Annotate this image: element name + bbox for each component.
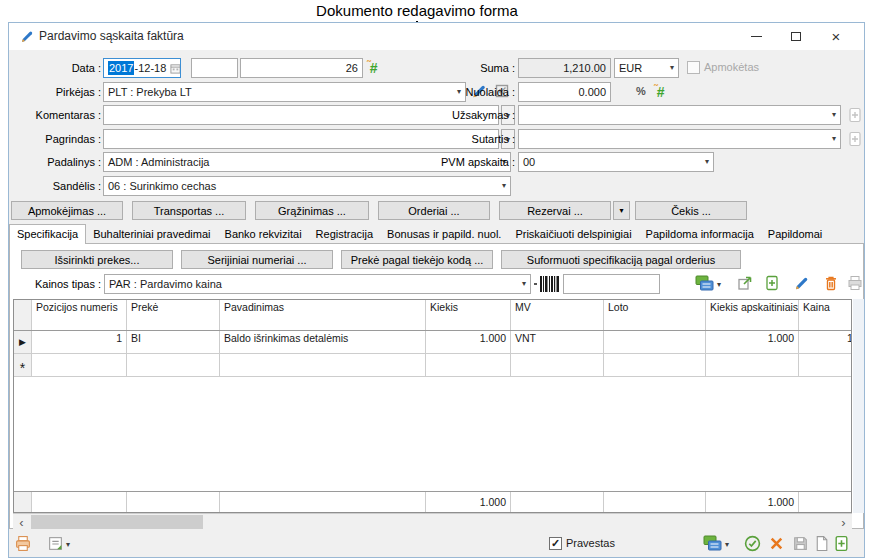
orderiai-button[interactable]: Orderiai ... bbox=[378, 201, 490, 220]
cell-mv[interactable]: VNT bbox=[511, 331, 604, 353]
copy-document-dropdown-button[interactable]: ▾ bbox=[725, 540, 729, 549]
copy-document-button[interactable] bbox=[703, 535, 722, 551]
new-cell[interactable] bbox=[32, 354, 127, 376]
new-document-button[interactable] bbox=[813, 535, 830, 552]
pirkejas-value: PLT : Prekyba LT bbox=[108, 86, 192, 98]
current-row-marker[interactable]: ▶ bbox=[14, 331, 32, 353]
grazinimas-button[interactable]: Grąžinimas ... bbox=[255, 201, 369, 220]
pravestas-label: Pravestas bbox=[566, 536, 615, 551]
sandelis-combo[interactable]: 06 : Surinkimo cechas ▾ bbox=[103, 176, 511, 196]
uzsakymas-combo[interactable]: ▾ bbox=[518, 105, 841, 125]
numbering-button[interactable]: ˜# bbox=[367, 60, 377, 78]
new-cell[interactable] bbox=[706, 354, 799, 376]
copy-rows-dropdown-button[interactable]: ▾ bbox=[717, 280, 721, 289]
new-cell[interactable] bbox=[511, 354, 604, 376]
currency-value: EUR bbox=[619, 62, 642, 74]
close-button[interactable]: × bbox=[816, 23, 856, 50]
tab-papildomai[interactable]: Papildomai bbox=[761, 226, 829, 244]
grid-horizontal-scrollbar[interactable]: ‹ › bbox=[13, 513, 852, 530]
padalinys-value: ADM : Administracija bbox=[108, 156, 209, 168]
tab-registracija[interactable]: Registracija bbox=[309, 226, 380, 244]
close-icon: × bbox=[832, 29, 841, 44]
apmokejimas-button[interactable]: Apmokėjimas ... bbox=[11, 201, 123, 220]
date-picker-button[interactable]: ▾ bbox=[166, 63, 181, 74]
column-header-kiekis-apskaitiniais[interactable]: Kiekis apskaitiniais bbox=[706, 300, 799, 330]
column-header-mv[interactable]: MV bbox=[511, 300, 604, 330]
cell-preke[interactable]: BI bbox=[127, 331, 220, 353]
issirinkti-prekes-button[interactable]: Išsirinkti prekes... bbox=[21, 250, 173, 269]
grid-vertical-scroll-area[interactable] bbox=[853, 299, 864, 513]
tab-strip: Specifikacija Buhalteriniai pravedimai B… bbox=[9, 224, 829, 244]
date-input[interactable]: 2017-12-18 ▾ bbox=[103, 58, 181, 78]
discount-numbering-button[interactable]: ˜# bbox=[654, 84, 664, 102]
rezervai-dropdown-button[interactable]: ▾ bbox=[613, 201, 630, 220]
tab-papildoma-informacija[interactable]: Papildoma informacija bbox=[639, 226, 761, 244]
document-notes-button[interactable] bbox=[47, 535, 64, 552]
cell-pavadinimas[interactable]: Baldo išrinkimas detalėmis bbox=[220, 331, 426, 353]
rezervai-button[interactable]: Rezervai ... bbox=[499, 201, 611, 220]
notes-dropdown-button[interactable]: ▾ bbox=[66, 540, 70, 549]
new-cell[interactable] bbox=[220, 354, 426, 376]
column-header-preke[interactable]: Prekė bbox=[127, 300, 220, 330]
tab-buhalteriniai-pravedimai[interactable]: Buhalteriniai pravedimai bbox=[86, 226, 217, 244]
komentaras-label: Komentaras : bbox=[14, 105, 101, 125]
column-header-loto[interactable]: Loto bbox=[604, 300, 706, 330]
pvm-combo[interactable]: 00 ▾ bbox=[518, 152, 714, 172]
scroll-left-button[interactable]: ‹ bbox=[13, 514, 30, 530]
suformuoti-specifikacija-button[interactable]: Suformuoti specifikaciją pagal orderius bbox=[501, 250, 741, 269]
tab-bonusas[interactable]: Bonusas ir papild. nuol. bbox=[380, 226, 508, 244]
column-header-kaina[interactable]: Kaina bbox=[799, 300, 852, 330]
window-controls: × bbox=[736, 23, 856, 50]
cell-loto[interactable] bbox=[604, 331, 706, 353]
export-row-button[interactable] bbox=[737, 275, 753, 291]
tab-delspinigiai[interactable]: Priskaičiuoti delspinigiai bbox=[508, 226, 638, 244]
padalinys-label: Padalinys : bbox=[14, 152, 101, 172]
column-header-pozicijos-numeris[interactable]: Pozicijos numeris bbox=[32, 300, 127, 330]
pagrindas-label: Pagrindas : bbox=[14, 129, 101, 149]
add-row-button[interactable] bbox=[764, 275, 780, 291]
new-cell[interactable] bbox=[604, 354, 706, 376]
cancel-button[interactable] bbox=[768, 535, 785, 552]
copy-rows-button[interactable] bbox=[695, 275, 714, 291]
barcode-input[interactable] bbox=[563, 274, 660, 294]
print-document-button[interactable] bbox=[14, 535, 32, 552]
doc-series-input[interactable] bbox=[191, 58, 238, 78]
pravestas-checkbox[interactable]: ✓ bbox=[549, 537, 562, 550]
new-cell[interactable] bbox=[426, 354, 511, 376]
sutartis-label: Sutartis : bbox=[425, 129, 515, 149]
cell-kaina[interactable]: 1,0 bbox=[799, 331, 852, 353]
new-document-copy-button[interactable] bbox=[833, 535, 850, 552]
scroll-right-button[interactable]: › bbox=[835, 514, 852, 530]
transportas-button[interactable]: Transportas ... bbox=[132, 201, 246, 220]
scrollbar-thumb[interactable] bbox=[31, 515, 203, 529]
new-cell[interactable] bbox=[799, 354, 852, 376]
kainos-tipas-combo[interactable]: PAR : Pardavimo kaina ▾ bbox=[104, 274, 531, 294]
preke-pagal-tiekejo-koda-button[interactable]: Prekė pagal tiekėjo kodą ... bbox=[341, 250, 493, 269]
currency-combo[interactable]: EUR ▾ bbox=[614, 58, 679, 78]
serijiniai-numeriai-button[interactable]: Serijiniai numeriai ... bbox=[181, 250, 333, 269]
column-header-kiekis[interactable]: Kiekis bbox=[426, 300, 511, 330]
sutartis-combo[interactable]: ▾ bbox=[518, 129, 841, 149]
table-row: ▶ 1 BI Baldo išrinkimas detalėmis 1.000 … bbox=[14, 331, 851, 354]
cell-pozicijos-numeris[interactable]: 1 bbox=[32, 331, 127, 353]
delete-row-button[interactable] bbox=[823, 275, 839, 291]
tab-specifikacija[interactable]: Specifikacija bbox=[9, 224, 86, 244]
grid-corner-cell[interactable] bbox=[14, 300, 32, 330]
nuolaida-input[interactable]: 0.000 bbox=[518, 82, 611, 102]
edit-row-button[interactable] bbox=[793, 275, 810, 291]
column-header-pavadinimas[interactable]: Pavadinimas bbox=[220, 300, 426, 330]
new-row-marker[interactable]: * bbox=[14, 354, 32, 376]
new-cell[interactable] bbox=[127, 354, 220, 376]
cekis-button[interactable]: Čekis ... bbox=[635, 201, 747, 220]
status-bar: ▾ ✓ Pravestas ▾ bbox=[8, 530, 865, 558]
x-icon bbox=[772, 539, 782, 549]
tab-banko-rekvizitai[interactable]: Banko rekvizitai bbox=[218, 226, 309, 244]
calendar-icon bbox=[170, 63, 181, 74]
pirkejas-combo[interactable]: PLT : Prekyba LT ▾ bbox=[103, 82, 466, 102]
cell-kiekis-apskaitiniais[interactable]: 1.000 bbox=[706, 331, 799, 353]
minimize-button[interactable] bbox=[736, 23, 776, 50]
doc-number-input[interactable]: 26 bbox=[240, 58, 363, 78]
maximize-button[interactable] bbox=[776, 23, 816, 50]
confirm-button[interactable] bbox=[744, 535, 761, 552]
cell-kiekis[interactable]: 1.000 bbox=[426, 331, 511, 353]
